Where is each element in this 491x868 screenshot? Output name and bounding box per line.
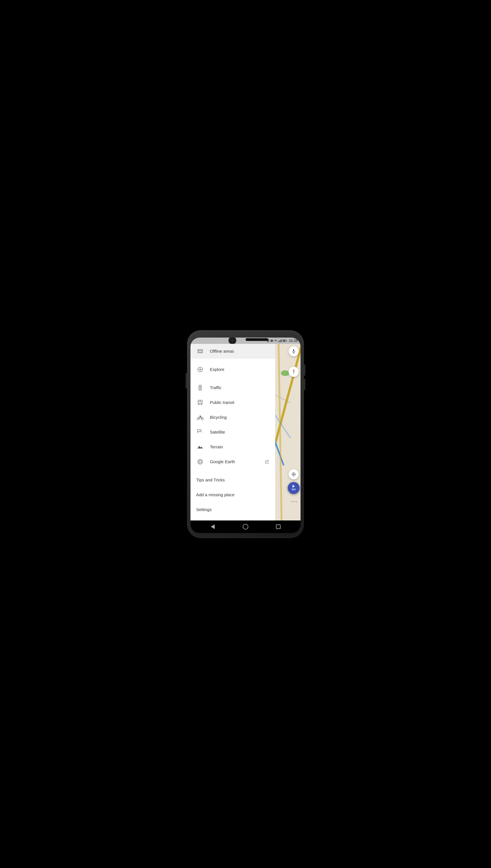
svg-marker-52 <box>198 432 199 434</box>
vibrate-icon <box>270 339 273 342</box>
drawer-item-traffic[interactable]: Traffic <box>191 380 275 395</box>
transit-icon-svg <box>197 399 203 406</box>
earth-icon <box>196 458 204 466</box>
time-display: 11:10 <box>289 339 298 343</box>
compass-icon <box>290 368 297 375</box>
drawer-item-google-earth[interactable]: Google Earth <box>191 454 275 469</box>
svg-rect-9 <box>283 340 285 341</box>
svg-point-58 <box>199 459 201 464</box>
terrain-icon <box>196 443 204 451</box>
terrain-icon-svg <box>197 444 203 450</box>
bicycle-icon-svg <box>197 414 204 421</box>
satellite-icon-svg <box>197 429 203 435</box>
signal-icon <box>278 339 282 342</box>
satellite-label: Satellite <box>210 430 225 434</box>
offline-icon-svg <box>197 348 203 354</box>
drawer-item-public-transit[interactable]: Public transit <box>191 395 275 410</box>
google-earth-label: Google Earth <box>210 459 235 464</box>
svg-point-36 <box>200 386 201 387</box>
transit-label: Public transit <box>210 400 234 405</box>
back-icon <box>211 524 215 529</box>
drawer-item-settings[interactable]: Settings <box>191 502 275 517</box>
vol-down-button[interactable] <box>304 379 306 390</box>
drawer-item-terrain[interactable]: Terrain <box>191 439 275 454</box>
go-button[interactable]: GO <box>288 482 300 494</box>
svg-point-57 <box>198 459 203 464</box>
explore-icon <box>196 366 204 373</box>
traffic-icon <box>196 384 204 392</box>
tips-tricks-label: Tips and Tricks <box>196 477 225 482</box>
more-options-button[interactable]: ⋮ <box>290 498 298 505</box>
svg-point-19 <box>293 473 294 475</box>
drawer-item-explore[interactable]: Explore <box>191 362 275 377</box>
svg-rect-2 <box>270 340 271 342</box>
vol-up-button[interactable] <box>304 364 306 376</box>
side-drawer: Offline areas <box>191 344 275 521</box>
svg-rect-51 <box>198 429 200 431</box>
compass-button[interactable] <box>289 367 299 377</box>
svg-rect-1 <box>271 340 272 342</box>
drawer-item-tips-tricks[interactable]: Tips and Tricks <box>191 473 275 488</box>
svg-marker-18 <box>293 372 294 374</box>
status-icons: 11:10 <box>267 339 298 343</box>
drawer-item-satellite[interactable]: Satellite <box>191 425 275 439</box>
offline-areas-label: Offline areas <box>210 349 234 353</box>
svg-point-29 <box>200 369 201 370</box>
screen-content: GO ⋮ Offline areas <box>191 344 300 521</box>
power-button[interactable] <box>185 373 187 389</box>
back-button[interactable] <box>208 522 217 531</box>
satellite-icon <box>196 428 204 436</box>
home-icon <box>243 524 248 530</box>
google-earth-arrow <box>264 459 269 464</box>
svg-line-11 <box>279 344 282 521</box>
recent-icon <box>276 524 281 529</box>
traffic-label: Traffic <box>210 385 222 390</box>
settings-label: Settings <box>196 507 211 512</box>
traffic-icon-svg <box>197 384 203 391</box>
explore-icon-svg <box>197 366 203 373</box>
svg-rect-5 <box>279 340 280 342</box>
svg-point-37 <box>200 387 201 388</box>
svg-rect-10 <box>287 340 287 341</box>
bicycling-label: Bicycling <box>210 415 227 420</box>
phone-screen: 11:10 <box>191 338 300 533</box>
wifi-icon <box>274 339 278 342</box>
location-button[interactable] <box>289 469 299 479</box>
bicycle-icon <box>196 413 204 421</box>
nav-bar <box>191 521 300 533</box>
speaker <box>246 338 268 341</box>
camera <box>228 336 236 344</box>
external-link-icon <box>264 459 269 464</box>
svg-rect-7 <box>281 339 282 342</box>
go-arrow-icon <box>293 485 295 488</box>
battery-icon <box>283 339 287 342</box>
drawer-item-bicycling[interactable]: Bicycling <box>191 410 275 425</box>
home-button[interactable] <box>241 522 250 531</box>
svg-marker-53 <box>200 429 202 431</box>
svg-point-38 <box>200 388 201 390</box>
offline-areas-icon <box>196 347 204 355</box>
svg-line-61 <box>267 460 268 462</box>
svg-marker-17 <box>293 369 294 372</box>
recents-button[interactable] <box>274 522 283 531</box>
svg-rect-6 <box>280 340 281 342</box>
svg-rect-14 <box>293 349 294 351</box>
my-location-icon <box>291 472 296 477</box>
mic-icon <box>291 349 296 353</box>
go-label: GO <box>292 488 296 491</box>
transit-icon <box>196 399 204 406</box>
add-missing-place-label: Add a missing place <box>196 492 234 497</box>
svg-rect-4 <box>278 341 279 342</box>
explore-label: Explore <box>210 367 224 372</box>
drawer-item-add-missing-place[interactable]: Add a missing place <box>191 488 275 502</box>
drawer-item-offline-areas[interactable]: Offline areas <box>191 344 275 359</box>
svg-rect-25 <box>198 349 203 353</box>
terrain-label: Terrain <box>210 444 223 449</box>
phone-outer: 11:10 <box>187 330 304 538</box>
svg-rect-3 <box>273 340 273 342</box>
drawer-item-help[interactable]: Help <box>191 517 275 521</box>
mic-button[interactable] <box>289 346 299 356</box>
earth-icon-svg <box>197 459 203 465</box>
